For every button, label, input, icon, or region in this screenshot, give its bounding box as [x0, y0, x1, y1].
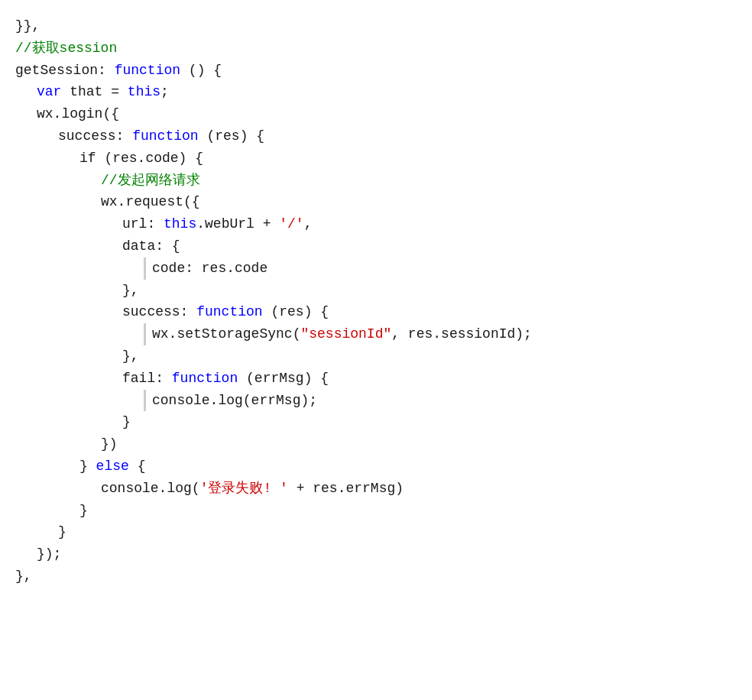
code-line: success: function (res) { — [0, 125, 752, 147]
code-line: getSession: function () { — [0, 60, 752, 82]
code-editor: }},//获取sessiongetSession: function () {v… — [0, 8, 752, 700]
code-line: var that = this; — [0, 81, 752, 103]
code-line: data: { — [0, 235, 752, 258]
code-line: } — [0, 500, 752, 522]
code-line: fail: function (errMsg) { — [0, 368, 752, 390]
code-line: //发起网络请求 — [0, 170, 752, 192]
code-line: } — [0, 411, 752, 433]
code-line: console.log(errMsg); — [0, 390, 752, 412]
code-line: wx.setStorageSync("sessionId", res.sessi… — [0, 323, 752, 345]
code-line: wx.login({ — [0, 103, 752, 125]
code-line: if (res.code) { — [0, 147, 752, 170]
code-line: }, — [0, 566, 752, 588]
code-line: } else { — [0, 455, 752, 478]
code-line: //获取session — [0, 37, 752, 60]
code-line: console.log('登录失败! ' + res.errMsg) — [0, 478, 752, 500]
code-line: url: this.webUrl + '/', — [0, 213, 752, 235]
code-line: }, — [0, 345, 752, 368]
code-line: }, — [0, 280, 752, 302]
code-line: } — [0, 521, 752, 543]
code-line: code: res.code — [0, 258, 752, 280]
code-line: wx.request({ — [0, 191, 752, 213]
code-line: }) — [0, 433, 752, 455]
code-line: }); — [0, 543, 752, 566]
code-line: }}, — [0, 15, 752, 37]
code-line: success: function (res) { — [0, 301, 752, 323]
